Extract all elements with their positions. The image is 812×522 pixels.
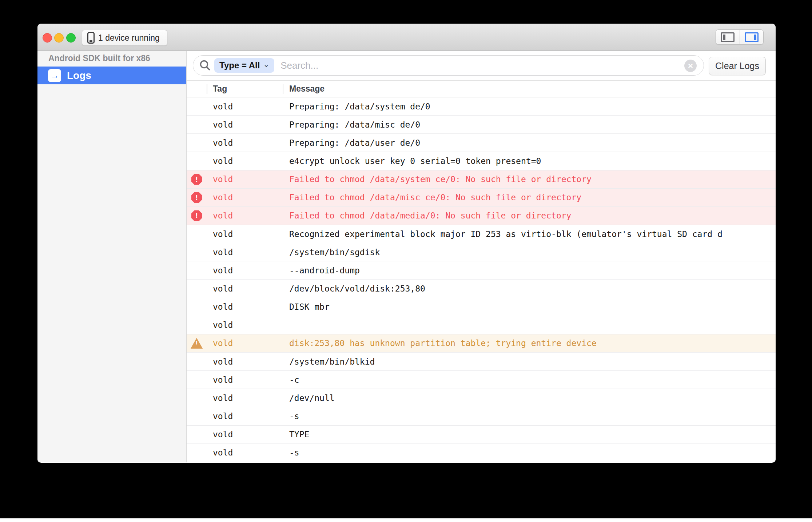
logs-arrow-icon: →	[48, 69, 61, 82]
log-level-cell: !	[187, 174, 207, 185]
log-row[interactable]: !voldFailed to chmod /data/system_ce/0: …	[187, 170, 776, 189]
log-tag: vold	[207, 411, 289, 421]
column-header-message: Message	[289, 84, 325, 94]
sidebar-item-logs[interactable]: → Logs	[37, 67, 186, 84]
type-filter-token[interactable]: Type = All ⌄	[214, 58, 274, 73]
toggle-right-panel-button[interactable]	[740, 30, 764, 44]
log-row[interactable]: vold--android-dump	[187, 261, 776, 280]
sidebar: Android SDK built for x86 → Logs	[37, 51, 187, 462]
log-message: Failed to chmod /data/media/0: No such f…	[289, 211, 776, 220]
log-row[interactable]: !voldFailed to chmod /data/media/0: No s…	[187, 207, 776, 225]
log-tag: vold	[207, 211, 289, 220]
log-panel: Type = All ⌄ ✕ Clear Logs Tag Message	[187, 51, 776, 462]
log-tag: vold	[207, 120, 289, 129]
log-level-cell: !	[187, 338, 207, 349]
log-row[interactable]: voldPreparing: /data/user_de/0	[187, 134, 776, 152]
warning-icon: !	[191, 338, 203, 349]
log-level-cell: !	[187, 192, 207, 203]
log-row[interactable]: !volddisk:253,80 has unknown partition t…	[187, 334, 776, 353]
log-tag: vold	[207, 357, 289, 366]
log-rows: voldPreparing: /data/system_de/0voldPrep…	[187, 97, 776, 462]
log-row[interactable]: voldPreparing: /data/misc_de/0	[187, 116, 776, 134]
log-message: Failed to chmod /data/system_ce/0: No su…	[289, 174, 776, 184]
clear-search-button[interactable]: ✕	[684, 60, 697, 72]
error-icon: !	[191, 192, 202, 203]
log-message: -s	[289, 411, 776, 421]
log-message: Preparing: /data/misc_de/0	[289, 120, 776, 129]
log-row[interactable]: vold/system/bin/sgdisk	[187, 243, 776, 261]
close-window-button[interactable]	[43, 33, 52, 43]
search-icon	[198, 59, 212, 72]
zoom-window-button[interactable]	[66, 33, 76, 43]
device-running-label: 1 device running	[98, 33, 160, 43]
log-message: -s	[289, 448, 776, 457]
log-tag: vold	[207, 320, 289, 330]
log-row[interactable]: vold-c	[187, 371, 776, 389]
panel-layout-segmented-control	[716, 29, 764, 45]
log-tag: vold	[207, 375, 289, 385]
log-toolbar: Type = All ⌄ ✕ Clear Logs	[187, 51, 776, 81]
log-row[interactable]: vold-s	[187, 444, 776, 462]
device-name-header: Android SDK built for x86	[48, 53, 186, 63]
right-panel-icon	[745, 32, 759, 42]
log-tag: vold	[207, 174, 289, 184]
log-table-header: Tag Message	[187, 81, 776, 97]
log-row[interactable]: voldPreparing: /data/system_de/0	[187, 97, 776, 116]
log-row[interactable]: vold-s	[187, 407, 776, 425]
log-level-cell: !	[187, 210, 207, 221]
log-row[interactable]: vold/system/bin/blkid	[187, 353, 776, 371]
error-icon: !	[191, 174, 202, 185]
left-panel-icon	[721, 32, 735, 42]
log-message: /system/bin/blkid	[289, 357, 776, 366]
log-tag: vold	[207, 302, 289, 312]
sidebar-item-label: Logs	[67, 70, 91, 81]
log-tag: vold	[207, 193, 289, 202]
column-separator	[283, 84, 283, 94]
log-tag: vold	[207, 430, 289, 439]
phone-icon	[87, 32, 95, 44]
device-running-button[interactable]: 1 device running	[82, 30, 167, 46]
log-tag: vold	[207, 266, 289, 275]
log-tag: vold	[207, 393, 289, 403]
log-row[interactable]: voldDISK mbr	[187, 298, 776, 316]
type-filter-label: Type = All	[219, 60, 260, 71]
bottom-strip	[0, 518, 812, 522]
column-header-tag: Tag	[213, 84, 227, 94]
log-row[interactable]: volde4crypt_unlock_user_key 0 serial=0 t…	[187, 152, 776, 170]
log-tag: vold	[207, 338, 289, 348]
error-icon: !	[191, 210, 202, 221]
log-message: Recognized experimental block major ID 2…	[289, 229, 776, 239]
search-input[interactable]	[280, 60, 682, 72]
log-message: Failed to chmod /data/misc_ce/0: No such…	[289, 193, 776, 202]
log-tag: vold	[207, 448, 289, 457]
log-tag: vold	[207, 284, 289, 293]
log-message: /dev/null	[289, 393, 776, 403]
log-message: /system/bin/sgdisk	[289, 248, 776, 257]
log-row[interactable]: voldTYPE	[187, 426, 776, 444]
log-message: Preparing: /data/system_de/0	[289, 102, 776, 111]
app-window: 1 device running Android SDK built for x…	[37, 24, 776, 463]
screen: 1 device running Android SDK built for x…	[0, 0, 812, 522]
log-message: DISK mbr	[289, 302, 776, 312]
log-tag: vold	[207, 102, 289, 111]
clear-logs-button[interactable]: Clear Logs	[709, 57, 766, 75]
log-tag: vold	[207, 229, 289, 239]
log-row[interactable]: voldRecognized experimental block major …	[187, 225, 776, 243]
log-message: e4crypt_unlock_user_key 0 serial=0 token…	[289, 156, 776, 166]
chevron-down-icon: ⌄	[263, 61, 269, 68]
titlebar: 1 device running	[37, 24, 776, 51]
log-message: Preparing: /data/user_de/0	[289, 138, 776, 148]
log-message: /dev/block/vold/disk:253,80	[289, 284, 776, 293]
toggle-left-panel-button[interactable]	[716, 30, 740, 44]
log-message: --android-dump	[289, 266, 776, 275]
minimize-window-button[interactable]	[54, 33, 64, 43]
log-message: -c	[289, 375, 776, 385]
log-row[interactable]: vold/dev/block/vold/disk:253,80	[187, 280, 776, 298]
log-message: disk:253,80 has unknown partition table;…	[289, 338, 776, 348]
log-tag: vold	[207, 138, 289, 148]
log-row[interactable]: vold	[187, 316, 776, 334]
log-message: TYPE	[289, 430, 776, 439]
search-field[interactable]: Type = All ⌄ ✕	[193, 55, 704, 76]
log-row[interactable]: !voldFailed to chmod /data/misc_ce/0: No…	[187, 189, 776, 207]
log-row[interactable]: vold/dev/null	[187, 389, 776, 407]
